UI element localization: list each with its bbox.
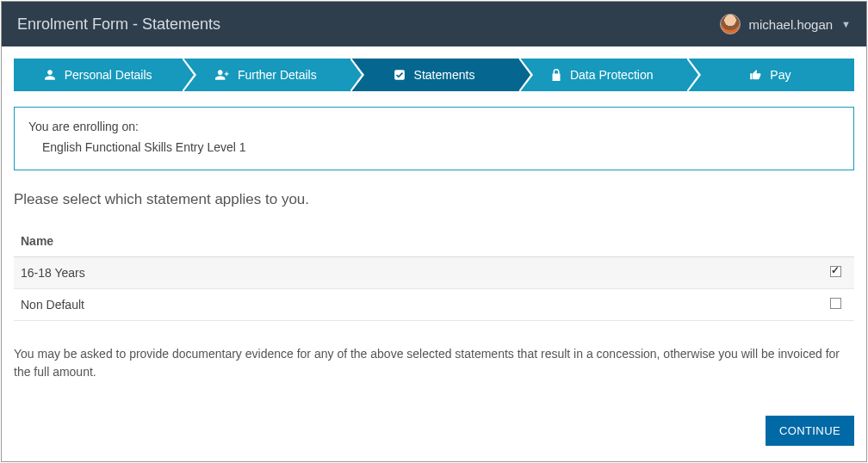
statement-name: Non Default xyxy=(14,289,816,321)
enrolment-label: You are enrolling on: xyxy=(28,120,840,133)
avatar xyxy=(720,14,741,34)
checkbox[interactable] xyxy=(830,266,841,277)
thumbs-up-icon xyxy=(749,69,761,81)
statement-name: 16-18 Years xyxy=(14,257,816,289)
enrolment-course: English Functional Skills Entry Level 1 xyxy=(28,133,840,154)
topbar: Enrolment Form - Statements michael.hoga… xyxy=(2,2,866,46)
lock-icon xyxy=(551,69,561,81)
person-plus-icon xyxy=(215,69,229,81)
chevron-down-icon: ▼ xyxy=(841,19,851,29)
step-label: Statements xyxy=(414,68,475,82)
table-row: Non Default xyxy=(14,289,854,321)
step-pay[interactable]: Pay xyxy=(686,59,854,91)
page-title: Enrolment Form - Statements xyxy=(17,15,220,34)
statements-table: Name 16-18 Years Non Default xyxy=(14,224,854,321)
continue-button[interactable]: CONTINUE xyxy=(766,416,854,446)
step-label: Personal Details xyxy=(65,68,152,82)
disclosure-note: You may be asked to provide documentary … xyxy=(14,345,854,381)
person-icon xyxy=(44,69,56,81)
check-square-icon xyxy=(394,69,406,81)
checkbox[interactable] xyxy=(830,298,841,309)
user-name: michael.hogan xyxy=(749,17,834,32)
step-label: Pay xyxy=(770,68,790,82)
enrolment-info-box: You are enrolling on: English Functional… xyxy=(14,107,854,170)
column-header-check xyxy=(816,224,854,257)
step-further-details[interactable]: Further Details xyxy=(182,59,350,91)
step-personal-details[interactable]: Personal Details xyxy=(14,59,182,91)
wizard-steps: Personal Details Further Details Stateme… xyxy=(14,59,854,91)
step-label: Data Protection xyxy=(570,68,654,82)
user-menu[interactable]: michael.hogan ▼ xyxy=(720,14,851,34)
table-row: 16-18 Years xyxy=(14,257,854,289)
step-data-protection[interactable]: Data Protection xyxy=(518,59,686,91)
column-header-name: Name xyxy=(14,224,816,257)
step-statements[interactable]: Statements xyxy=(350,59,518,91)
prompt-text: Please select which statement applies to… xyxy=(14,191,854,208)
step-label: Further Details xyxy=(238,68,317,82)
